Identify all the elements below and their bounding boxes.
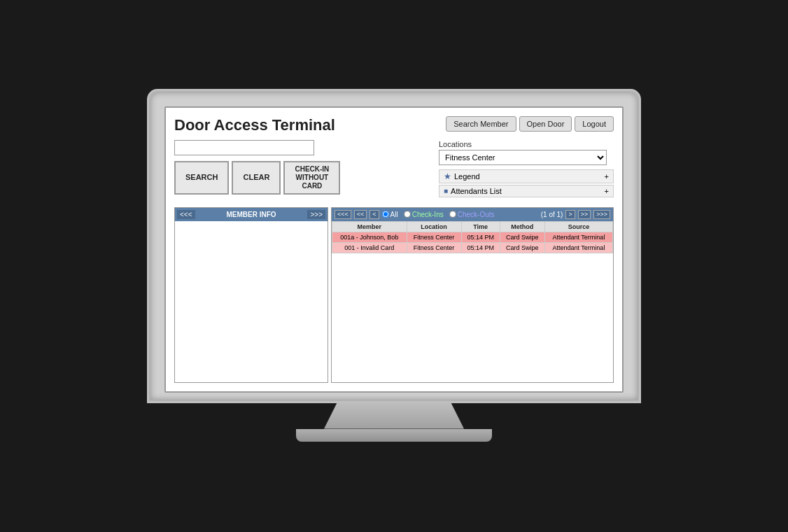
legend-icon: ★	[444, 172, 451, 181]
table-row[interactable]: 001a - Johnson, BobFitness Center05:14 P…	[332, 232, 613, 242]
open-door-button[interactable]: Open Door	[519, 116, 572, 132]
col-time: Time	[461, 221, 500, 232]
activity-nav-next[interactable]: >	[565, 210, 575, 219]
location-select[interactable]: Fitness Center Main Entrance Pool Area	[439, 150, 607, 165]
col-method: Method	[500, 221, 544, 232]
member-panel-title: MEMBER INFO	[226, 211, 276, 218]
page-info: (1 of 1)	[541, 211, 563, 218]
legend-label: Legend	[454, 172, 480, 181]
app-title: Door Access Terminal	[174, 116, 335, 134]
member-nav-prev[interactable]: <<<	[177, 210, 195, 219]
activity-table: Member Location Time Method Source 001a …	[332, 221, 613, 253]
member-panel-body	[175, 221, 328, 382]
activity-panel: <<< << < All Check-Ins	[331, 207, 614, 383]
activity-header: <<< << < All Check-Ins	[332, 208, 613, 221]
search-button[interactable]: SEARCH	[174, 161, 229, 195]
search-member-button[interactable]: Search Member	[446, 116, 516, 132]
logout-button[interactable]: Logout	[575, 116, 614, 132]
activity-nav-first[interactable]: <<<	[335, 210, 351, 219]
clear-button[interactable]: CLEAR	[232, 161, 281, 195]
activity-nav-prev[interactable]: <	[370, 210, 379, 219]
location-label: Locations	[439, 140, 614, 148]
header-buttons: Search Member Open Door Logout	[446, 116, 614, 132]
activity-nav-prev-page[interactable]: <<	[354, 210, 367, 219]
member-nav-next[interactable]: >>>	[307, 210, 325, 219]
member-panel: <<< MEMBER INFO >>>	[174, 207, 328, 383]
attendants-expand-icon[interactable]: +	[605, 187, 609, 195]
activity-nav-next-page[interactable]: >>	[578, 210, 591, 219]
col-source: Source	[544, 221, 612, 232]
attendants-icon: ■	[444, 187, 448, 195]
legend-row[interactable]: ★ Legend +	[439, 169, 614, 183]
search-input[interactable]	[174, 140, 314, 155]
table-row[interactable]: 001 - Invalid CardFitness Center05:14 PM…	[332, 242, 613, 253]
checkin-without-card-button[interactable]: CHECK-INWITHOUTCARD	[283, 161, 340, 195]
filter-all-tab[interactable]: All	[382, 211, 398, 218]
attendants-label: Attendants List	[451, 187, 502, 195]
legend-expand-icon[interactable]: +	[605, 172, 609, 181]
col-member: Member	[332, 221, 407, 232]
filter-checkouts-tab[interactable]: Check-Outs	[449, 211, 495, 218]
activity-nav-last[interactable]: >>>	[593, 210, 610, 219]
attendants-row[interactable]: ■ Attendants List +	[439, 185, 614, 197]
filter-checkins-tab[interactable]: Check-Ins	[404, 211, 444, 218]
col-location: Location	[407, 221, 461, 232]
